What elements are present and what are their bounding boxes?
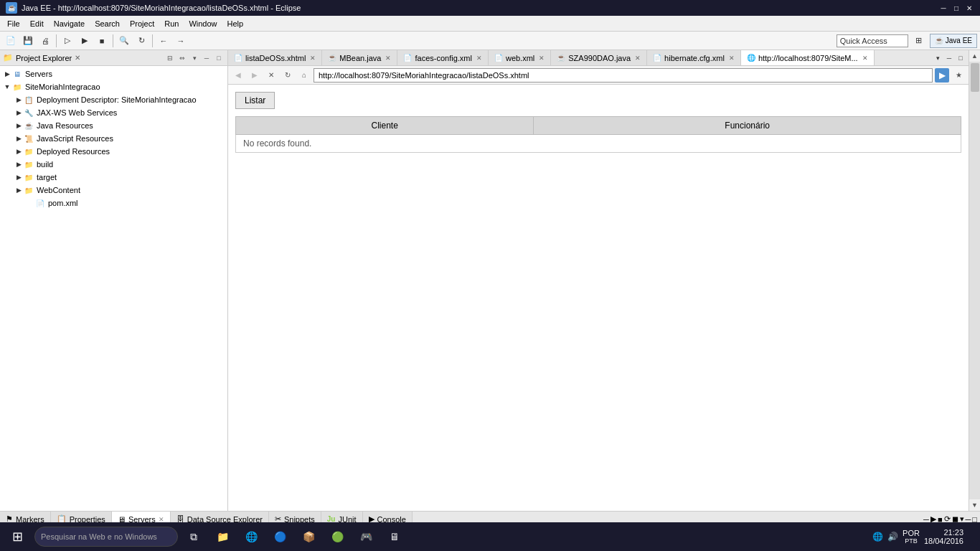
tree-item-deployed-resources[interactable]: ▶ 📁 Deployed Resources — [0, 145, 227, 158]
js-res-expand-arrow[interactable]: ▶ — [14, 134, 23, 143]
url-input[interactable] — [314, 68, 933, 83]
browser-bookmark-button[interactable]: ★ — [951, 68, 966, 83]
java-ee-perspective[interactable]: ☕ Java EE — [930, 34, 977, 48]
tree-item-deployment-descriptor[interactable]: ▶ 📋 Deployment Descriptor: SiteMoriahInt… — [0, 93, 227, 106]
taskbar-app-chrome[interactable]: 🟢 — [324, 524, 350, 550]
tab-close-browser[interactable]: ✕ — [862, 55, 868, 62]
taskbar-app-edge[interactable]: 🌐 — [238, 524, 264, 550]
jaxws-expand-arrow[interactable]: ▶ — [14, 108, 23, 117]
view-menu-button[interactable]: ▾ — [189, 52, 200, 64]
maximize-button[interactable]: □ — [951, 3, 961, 13]
browser-home-button[interactable]: ⌂ — [297, 68, 311, 83]
maximize-view-button[interactable]: □ — [213, 52, 225, 64]
menu-run[interactable]: Run — [160, 18, 183, 29]
link-with-editor-button[interactable]: ⇔ — [176, 52, 188, 64]
clock-time: 21:23 — [924, 528, 963, 537]
tree-item-js-resources[interactable]: ▶ 📜 JavaScript Resources — [0, 132, 227, 145]
tab-label-web: web.xml — [506, 54, 534, 62]
tab-faces-config[interactable]: 📄 faces-config.xml ✕ — [397, 50, 488, 65]
deployed-res-expand-arrow[interactable]: ▶ — [14, 147, 23, 156]
scroll-up-arrow[interactable]: ▲ — [969, 50, 981, 62]
tree-item-webcontent[interactable]: ▶ 📁 WebContent — [0, 184, 227, 197]
tab-webxml[interactable]: 📄 web.xml ✕ — [489, 50, 551, 65]
main-vertical-scrollbar[interactable]: ▲ ▼ — [969, 50, 980, 511]
tree-item-pomxml[interactable]: ▶ 📄 pom.xml — [0, 197, 227, 209]
menu-edit[interactable]: Edit — [26, 18, 48, 29]
tree-item-project[interactable]: ▼ 📁 SiteMoriahIntegracao — [0, 80, 227, 93]
browser-back-button[interactable]: ◀ — [231, 68, 245, 83]
browser-forward-button[interactable]: ▶ — [248, 68, 262, 83]
tab-browser[interactable]: 🌐 http://localhost:8079/SiteM... ✕ — [741, 50, 875, 66]
forward-button[interactable]: → — [173, 33, 189, 49]
stop-button[interactable]: ■ — [94, 33, 110, 49]
minimize-view-button[interactable]: ─ — [201, 52, 212, 64]
tab-close-hibernate[interactable]: ✕ — [729, 55, 735, 62]
menu-bar: File Edit Navigate Search Project Run Wi… — [0, 16, 980, 32]
tab-close-web[interactable]: ✕ — [539, 55, 545, 62]
browser-refresh-button[interactable]: ↻ — [281, 68, 295, 83]
scroll-down-arrow[interactable]: ▼ — [969, 499, 981, 511]
tab-label-lista: listaDeOSs.xhtml — [245, 54, 306, 62]
menu-navigate[interactable]: Navigate — [50, 18, 89, 29]
browser-open-button[interactable]: ▶ — [935, 68, 949, 83]
tab-close-lista[interactable]: ✕ — [310, 55, 316, 62]
print-button[interactable]: 🖨 — [37, 33, 53, 49]
target-expand-arrow[interactable]: ▶ — [14, 173, 23, 182]
minimize-button[interactable]: ─ — [938, 3, 948, 13]
tab-hibernate[interactable]: 📄 hibernate.cfg.xml ✕ — [647, 50, 741, 65]
tab-maximize-button[interactable]: □ — [956, 53, 966, 63]
tab-list-button[interactable]: ▾ — [933, 53, 943, 63]
java-res-expand-arrow[interactable]: ▶ — [14, 121, 23, 130]
refresh-button[interactable]: ↻ — [133, 33, 149, 49]
menu-window[interactable]: Window — [184, 18, 221, 29]
menu-file[interactable]: File — [3, 18, 24, 29]
listar-button[interactable]: Listar — [235, 92, 275, 109]
menu-help[interactable]: Help — [223, 18, 248, 29]
close-button[interactable]: ✕ — [964, 3, 974, 13]
tab-minimize-button[interactable]: ─ — [944, 53, 954, 63]
browser-stop-button[interactable]: ✕ — [264, 68, 278, 83]
quick-access-input[interactable]: Quick Access — [837, 34, 908, 47]
collapse-all-button[interactable]: ⊟ — [164, 52, 176, 64]
start-button[interactable]: ⊞ — [3, 524, 32, 550]
window-controls[interactable]: ─ □ ✕ — [938, 3, 974, 13]
tree-item-target[interactable]: ▶ 📁 target — [0, 171, 227, 184]
tree-item-java-resources[interactable]: ▶ ☕ Java Resources — [0, 119, 227, 132]
tree-item-servers[interactable]: ▶ 🖥 Servers — [0, 67, 227, 80]
tab-mbean[interactable]: ☕ MBean.java ✕ — [322, 50, 397, 65]
tab-lista-de-oss[interactable]: 📄 listaDeOSs.xhtml ✕ — [228, 50, 322, 65]
tree-item-jaxws[interactable]: ▶ 🔧 JAX-WS Web Services — [0, 106, 227, 119]
back-button[interactable]: ← — [156, 33, 171, 49]
taskbar-app-packages[interactable]: 📦 — [296, 524, 321, 550]
run-button[interactable]: ▶ — [77, 33, 93, 49]
tab-label-sza: SZA990DAO.java — [568, 54, 631, 62]
taskbar-app-store[interactable]: 🔵 — [267, 524, 293, 550]
tab-close-faces[interactable]: ✕ — [476, 55, 482, 62]
search-button[interactable]: 🔍 — [116, 33, 132, 49]
scroll-track[interactable] — [969, 62, 980, 499]
build-expand-arrow[interactable]: ▶ — [14, 160, 23, 169]
open-perspective-icon[interactable]: ⊞ — [911, 33, 927, 49]
toolbar-separator-2 — [113, 34, 113, 47]
task-view-button[interactable]: ⧉ — [181, 524, 207, 550]
taskbar-search[interactable]: Pesquisar na Web e no Windows — [34, 527, 178, 547]
taskbar-app-desktop[interactable]: 🖥 — [382, 524, 407, 550]
tab-sza990dao[interactable]: ☕ SZA990DAO.java ✕ — [551, 50, 647, 65]
taskbar-app-explorer[interactable]: 📁 — [209, 524, 235, 550]
taskbar-app-game[interactable]: 🎮 — [353, 524, 379, 550]
menu-search[interactable]: Search — [90, 18, 124, 29]
save-button[interactable]: 💾 — [20, 33, 36, 49]
webcontent-expand-arrow[interactable]: ▶ — [14, 186, 23, 194]
tab-close-sza[interactable]: ✕ — [635, 55, 641, 62]
tab-close-mbean[interactable]: ✕ — [385, 55, 391, 62]
dd-expand-arrow[interactable]: ▶ — [14, 95, 23, 104]
build-icon: 📁 — [23, 159, 34, 170]
debug-button[interactable]: ▷ — [60, 33, 75, 49]
servers-expand-arrow[interactable]: ▶ — [3, 70, 11, 78]
menu-project[interactable]: Project — [126, 18, 159, 29]
tree-item-build[interactable]: ▶ 📁 build — [0, 158, 227, 171]
deployed-resources-icon: 📁 — [23, 146, 34, 157]
new-button[interactable]: 📄 — [3, 33, 19, 49]
scroll-thumb[interactable] — [971, 63, 979, 92]
project-expand-arrow[interactable]: ▼ — [3, 83, 11, 91]
